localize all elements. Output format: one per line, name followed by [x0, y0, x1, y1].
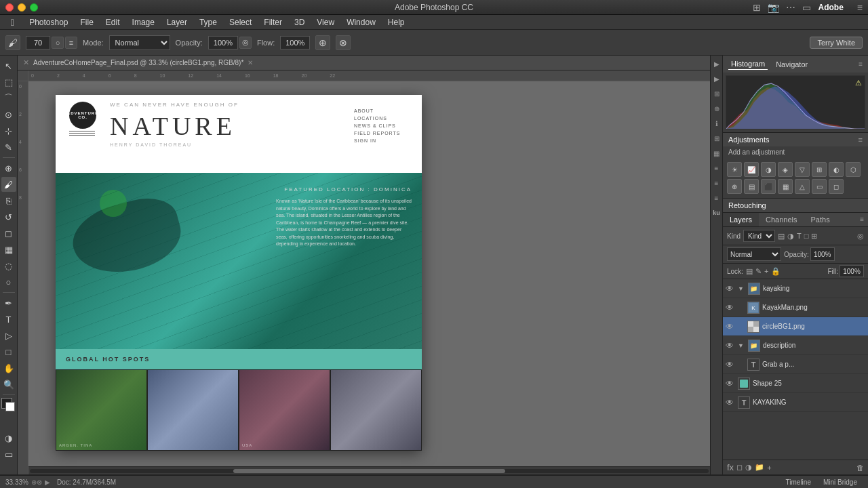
layer-new-button[interactable]: + [767, 464, 771, 472]
panel-icon-5[interactable]: ℹ [711, 118, 722, 129]
tab-channels[interactable]: Channels [759, 213, 804, 226]
vibrance-icon[interactable]: ◈ [778, 162, 793, 177]
layer-row[interactable]: 👁 T Grab a p... [723, 355, 868, 374]
layers-kind-select[interactable]: Kind [743, 230, 775, 242]
lock-pixels-icon[interactable]: ▤ [746, 267, 753, 276]
layer-row[interactable]: 👁 circleBG1.png [723, 317, 868, 336]
layer-adj-button[interactable]: ◑ [745, 463, 752, 472]
opacity-input-layers[interactable] [810, 247, 835, 261]
brush-settings-icon[interactable]: ≡ [65, 37, 77, 49]
heal-tool[interactable]: ⊕ [1, 161, 16, 176]
curves-icon[interactable]: 📈 [744, 162, 759, 177]
brush-tool-icon[interactable]: 🖌 [5, 35, 20, 50]
menu-image[interactable]: Image [127, 16, 160, 28]
filter-smart-icon[interactable]: ⊞ [811, 232, 817, 241]
flow-icon[interactable]: ⊕ [315, 35, 330, 50]
screen-mode-tool[interactable]: ▭ [1, 447, 16, 462]
maximize-button[interactable] [30, 3, 38, 12]
filter-adj-icon[interactable]: ◑ [787, 232, 794, 241]
exposure-icon[interactable]: ◑ [761, 162, 776, 177]
apple-menu[interactable]:  [5, 16, 20, 29]
mode-select[interactable]: Normal [109, 35, 170, 50]
shape-tool[interactable]: □ [1, 344, 16, 359]
panel-icon-4[interactable]: ⊕ [711, 103, 722, 114]
flow-value[interactable] [280, 36, 310, 49]
hand-tool[interactable]: ✋ [1, 361, 16, 375]
layer-row[interactable]: 👁 Shape 25 [723, 374, 868, 393]
menu-window[interactable]: Window [341, 16, 381, 28]
h-scroll-thumb[interactable] [233, 469, 505, 473]
layer-eye-icon[interactable]: 👁 [726, 341, 735, 350]
tab-paths[interactable]: Paths [804, 213, 837, 226]
zoom-tool[interactable]: 🔍 [1, 377, 16, 392]
brightness-icon[interactable]: ☀ [727, 162, 742, 177]
menu-file[interactable]: File [75, 16, 99, 28]
blur-tool[interactable]: ◌ [1, 258, 16, 273]
menu-view[interactable]: View [311, 16, 340, 28]
tab-navigator[interactable]: Navigator [773, 59, 810, 70]
brush-size-input[interactable] [26, 36, 50, 49]
dodge-tool[interactable]: ○ [1, 274, 16, 289]
opacity-value[interactable] [208, 36, 238, 49]
play-icon[interactable]: ▶ [45, 479, 50, 486]
layers-panel-expand[interactable]: ≡ [856, 213, 868, 226]
color-lookup-icon[interactable]: ▤ [744, 179, 759, 194]
panel-icon-9[interactable]: ≡ [711, 178, 722, 188]
tab-close-button[interactable]: ✕ [248, 59, 253, 66]
adjustments-expand[interactable]: ≡ [859, 136, 863, 144]
user-badge[interactable]: Terry White [810, 37, 863, 49]
move-tool[interactable]: ↖ [1, 58, 16, 73]
extra-icon[interactable]: ⊗ [336, 35, 351, 50]
menu-3d[interactable]: 3D [289, 16, 310, 28]
brush-tool[interactable]: 🖌 [1, 177, 16, 192]
photo-filter-icon[interactable]: ⬡ [846, 162, 861, 177]
layer-group-button[interactable]: 📁 [755, 463, 764, 472]
quick-select-tool[interactable]: ⊙ [1, 107, 16, 122]
layer-eye-icon[interactable]: 👁 [726, 303, 735, 312]
rect-select-tool[interactable]: ⬚ [1, 75, 16, 89]
layer-delete-button[interactable]: 🗑 [856, 464, 864, 472]
panel-icon-6[interactable]: ⊞ [711, 133, 722, 144]
crop-tool[interactable]: ⊹ [1, 123, 16, 138]
gradient-map-icon[interactable]: ▭ [812, 179, 827, 194]
channel-mix-icon[interactable]: ⊕ [727, 179, 742, 194]
filter-pixel-icon[interactable]: ▤ [778, 232, 785, 241]
airbrush-icon[interactable]: ◎ [239, 37, 252, 49]
background-color[interactable] [5, 402, 15, 411]
pen-tool[interactable]: ✒ [1, 296, 16, 310]
layer-arrow-icon[interactable]: ▼ [738, 285, 744, 292]
color-swatches[interactable] [1, 398, 16, 413]
selective-color-icon[interactable]: ◻ [829, 179, 844, 194]
bw-icon[interactable]: ◐ [829, 162, 844, 177]
layer-row[interactable]: 👁 ▼ 📁 kayaking [723, 279, 868, 298]
path-select-tool[interactable]: ▷ [1, 328, 16, 343]
eyedropper-tool[interactable]: ✎ [1, 140, 16, 155]
panel-icon-2[interactable]: ▶ [711, 73, 722, 84]
panel-icon-7[interactable]: ▦ [711, 148, 722, 159]
layer-arrow-icon[interactable]: ▼ [738, 342, 744, 349]
stamp-tool[interactable]: ⎘ [1, 193, 16, 208]
layer-row[interactable]: 👁 ▼ 📁 description [723, 336, 868, 355]
close-button[interactable] [5, 3, 14, 12]
layer-eye-icon[interactable]: 👁 [726, 284, 735, 293]
layer-mask-button[interactable]: ◻ [736, 463, 743, 472]
lock-position-icon[interactable]: ✎ [755, 267, 762, 276]
tab-mini-bridge[interactable]: Mini Bridge [818, 477, 863, 487]
h-scrollbar[interactable] [28, 466, 710, 474]
layers-filter-toggle[interactable]: ◎ [857, 232, 864, 241]
layer-eye-icon[interactable]: 👁 [726, 322, 735, 331]
histogram-expand[interactable]: ≡ [859, 60, 863, 68]
filter-type-icon[interactable]: T [797, 232, 802, 240]
layer-fx-button[interactable]: fx [727, 462, 734, 472]
panel-icon-8[interactable]: ≡ [711, 163, 722, 174]
layer-row[interactable]: 👁 K KayakMan.png [723, 298, 868, 317]
panel-icon-1[interactable]: ▶ [711, 58, 722, 69]
blend-mode-select[interactable]: Normal [727, 247, 781, 261]
tab-histogram[interactable]: Histogram [728, 58, 768, 70]
minimize-button[interactable] [18, 3, 26, 12]
menu-filter[interactable]: Filter [258, 16, 288, 28]
tab-layers[interactable]: Layers [723, 213, 759, 226]
menu-layer[interactable]: Layer [161, 16, 193, 28]
hsl-icon[interactable]: ▽ [795, 162, 810, 177]
layer-eye-icon[interactable]: 👁 [726, 379, 735, 388]
